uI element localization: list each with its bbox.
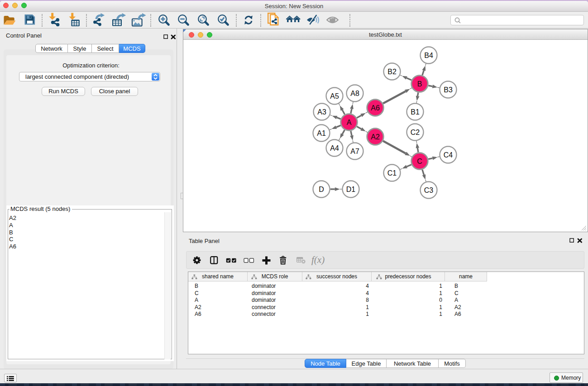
svg-text:C: C <box>417 157 422 165</box>
svg-text:C2: C2 <box>411 129 420 136</box>
svg-text:A4: A4 <box>330 144 339 152</box>
svg-text:A5: A5 <box>330 92 339 100</box>
svg-text:A: A <box>347 119 352 126</box>
svg-text:A8: A8 <box>350 90 359 97</box>
svg-text:A7: A7 <box>350 148 359 155</box>
svg-text:A3: A3 <box>317 108 326 116</box>
svg-text:C1: C1 <box>387 169 397 177</box>
svg-text:B: B <box>417 80 422 88</box>
svg-text:D: D <box>319 186 324 193</box>
svg-text:A6: A6 <box>371 104 380 112</box>
svg-text:A1: A1 <box>317 129 326 137</box>
svg-text:D1: D1 <box>346 186 356 193</box>
svg-text:B3: B3 <box>444 86 453 94</box>
svg-text:C4: C4 <box>444 151 453 159</box>
svg-text:B2: B2 <box>387 68 397 76</box>
svg-text:B4: B4 <box>424 52 433 59</box>
svg-text:A2: A2 <box>371 133 380 141</box>
svg-text:C3: C3 <box>424 186 434 194</box>
svg-text:B1: B1 <box>411 108 420 116</box>
